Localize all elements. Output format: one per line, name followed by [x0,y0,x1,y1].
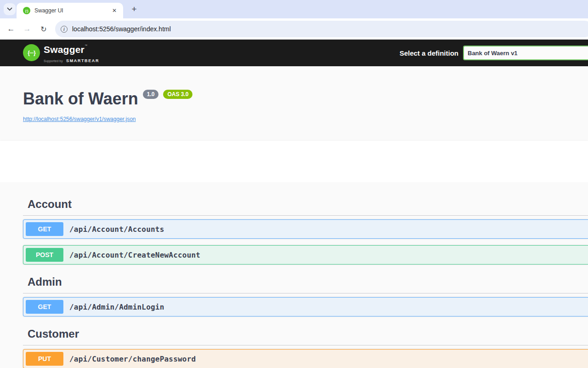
smartbear-brand: SMARTBEAR [66,58,99,63]
swagger-logo[interactable]: {···} Swagger™ Supported by SMARTBEAR [23,44,99,64]
browser-tab-strip: {·} Swagger UI ✕ + [0,0,588,18]
tag-section: AccountGET/api/Account/AccountsPOST/api/… [23,193,588,264]
operation-path: /api/Customer/changePassword [69,355,196,363]
tab-search-chevron-button[interactable] [4,3,16,15]
tag-heading-account[interactable]: Account [23,193,588,216]
operation-path: /api/Account/CreateNewAccount [69,251,200,259]
definition-select[interactable]: Bank of Waern v1 [463,46,588,60]
opblock-get[interactable]: GET/api/Admin/AdminLogin [23,297,588,316]
reload-button[interactable]: ↻ [39,24,49,34]
opblock-get[interactable]: GET/api/Account/Accounts [23,219,588,239]
tag-section: AdminGET/api/Admin/AdminLogin [23,271,588,316]
api-title: Bank of Waern [23,89,138,108]
browser-toolbar: ← → ↻ i localhost:5256/swagger/index.htm… [0,18,588,40]
operation-path: /api/Account/Accounts [69,225,164,234]
method-badge: GET [26,300,63,314]
tag-section: CustomerPUT/api/Customer/changePassword [23,323,588,368]
tab-title: Swagger UI [34,7,110,14]
opblock-put[interactable]: PUT/api/Customer/changePassword [23,349,588,368]
tag-heading-admin[interactable]: Admin [23,271,588,293]
back-button[interactable]: ← [6,24,16,34]
method-badge: GET [26,222,63,236]
method-badge: POST [26,248,63,262]
swagger-favicon-icon: {·} [23,7,30,14]
scheme-container [0,141,588,182]
tag-heading-customer[interactable]: Customer [23,323,588,345]
close-tab-icon[interactable]: ✕ [110,6,119,15]
version-badge: 1.0 [143,90,159,99]
trademark-symbol: ™ [85,44,87,47]
operations-list: AccountGET/api/Account/AccountsPOST/api/… [0,182,588,368]
url-text: localhost:5256/swagger/index.html [72,25,171,33]
operation-path: /api/Admin/AdminLogin [69,303,164,311]
select-definition-label: Select a definition [400,40,458,66]
spec-json-link[interactable]: http://localhost:5256/swagger/v1/swagger… [23,116,136,122]
api-info-section: Bank of Waern1.0OAS 3.0 http://localhost… [0,66,588,141]
chevron-down-icon [7,7,12,11]
swagger-topbar: {···} Swagger™ Supported by SMARTBEAR Se… [0,40,588,66]
method-badge: PUT [26,352,63,366]
opblock-post[interactable]: POST/api/Account/CreateNewAccount [23,245,588,264]
supported-by-prefix: Supported by [44,59,63,63]
forward-button[interactable]: → [22,24,32,34]
address-bar[interactable]: i localhost:5256/swagger/index.html [55,21,588,37]
swagger-logo-text: Swagger [44,44,85,55]
new-tab-button[interactable]: + [129,4,140,15]
supported-by-line: Supported by SMARTBEAR [44,56,99,64]
oas-badge: OAS 3.0 [163,90,192,99]
swagger-logo-icon: {···} [23,44,40,61]
browser-tab-swagger-ui[interactable]: {·} Swagger UI ✕ [17,3,123,18]
site-info-icon[interactable]: i [61,26,68,33]
